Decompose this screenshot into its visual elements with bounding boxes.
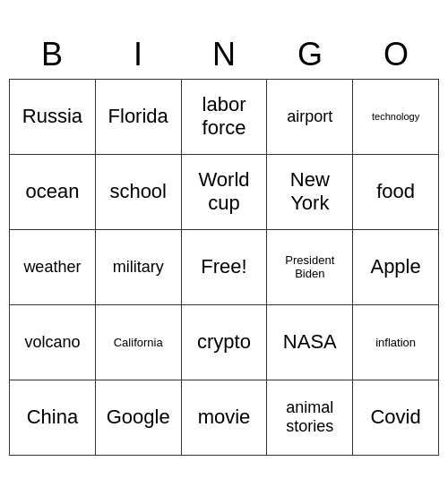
cell-0-3: airport xyxy=(267,79,353,154)
header-letter-n: N xyxy=(181,32,267,77)
bingo-header: BINGO xyxy=(9,32,439,77)
cell-3-1: California xyxy=(95,304,181,380)
cell-content: inflation xyxy=(357,336,435,349)
cell-0-4: technology xyxy=(353,79,439,154)
cell-3-4: inflation xyxy=(353,304,439,380)
table-row: ChinaGooglemovieanimalstoriesCovid xyxy=(10,380,439,455)
cell-2-4: Apple xyxy=(353,229,439,304)
cell-content: food xyxy=(357,180,435,203)
cell-1-4: food xyxy=(353,154,439,229)
table-row: weathermilitaryFree!PresidentBidenApple xyxy=(10,229,439,304)
cell-1-0: ocean xyxy=(10,154,96,229)
cell-2-3: PresidentBiden xyxy=(267,229,353,304)
cell-0-2: laborforce xyxy=(181,79,267,154)
header-letter-g: G xyxy=(267,32,353,77)
cell-0-0: Russia xyxy=(10,79,96,154)
cell-content: airport xyxy=(271,107,349,126)
cell-0-1: Florida xyxy=(95,79,181,154)
header-letter-b: B xyxy=(9,32,95,77)
cell-content: laborforce xyxy=(185,93,263,140)
cell-4-3: animalstories xyxy=(267,380,353,455)
cell-content: crypto xyxy=(185,330,263,354)
table-row: volcanoCaliforniacryptoNASAinflation xyxy=(10,304,439,380)
cell-content: NASA xyxy=(271,330,349,354)
cell-content: China xyxy=(13,406,91,429)
bingo-card: BINGO RussiaFloridalaborforceairporttech… xyxy=(9,32,439,456)
cell-content: Worldcup xyxy=(185,168,263,215)
table-row: oceanschoolWorldcupNewYorkfood xyxy=(10,154,439,229)
cell-content: Apple xyxy=(357,255,435,278)
cell-3-2: crypto xyxy=(181,304,267,380)
cell-4-0: China xyxy=(10,380,96,455)
bingo-grid: RussiaFloridalaborforceairporttechnology… xyxy=(9,79,439,456)
table-row: RussiaFloridalaborforceairporttechnology xyxy=(10,79,439,154)
cell-4-2: movie xyxy=(181,380,267,455)
cell-2-0: weather xyxy=(10,229,96,304)
cell-content: NewYork xyxy=(271,168,349,215)
cell-content: Florida xyxy=(99,105,177,128)
cell-content: school xyxy=(99,180,177,203)
cell-1-1: school xyxy=(95,154,181,229)
cell-2-1: military xyxy=(95,229,181,304)
cell-content: Google xyxy=(99,406,177,429)
cell-content: volcano xyxy=(13,333,91,352)
cell-3-3: NASA xyxy=(267,304,353,380)
cell-3-0: volcano xyxy=(10,304,96,380)
cell-4-4: Covid xyxy=(353,380,439,455)
cell-1-2: Worldcup xyxy=(181,154,267,229)
cell-content: weather xyxy=(13,258,91,277)
cell-content: Russia xyxy=(13,105,91,128)
header-letter-o: O xyxy=(353,32,439,77)
cell-content: movie xyxy=(185,406,263,429)
cell-4-1: Google xyxy=(95,380,181,455)
header-letter-i: I xyxy=(95,32,181,77)
cell-content: Covid xyxy=(357,406,435,429)
cell-content: military xyxy=(99,258,177,277)
cell-content: PresidentBiden xyxy=(271,253,349,280)
cell-content: ocean xyxy=(13,180,91,203)
cell-2-2: Free! xyxy=(181,229,267,304)
cell-content: animalstories xyxy=(271,398,349,436)
cell-content: technology xyxy=(357,111,435,122)
cell-content: California xyxy=(99,336,177,349)
cell-1-3: NewYork xyxy=(267,154,353,229)
